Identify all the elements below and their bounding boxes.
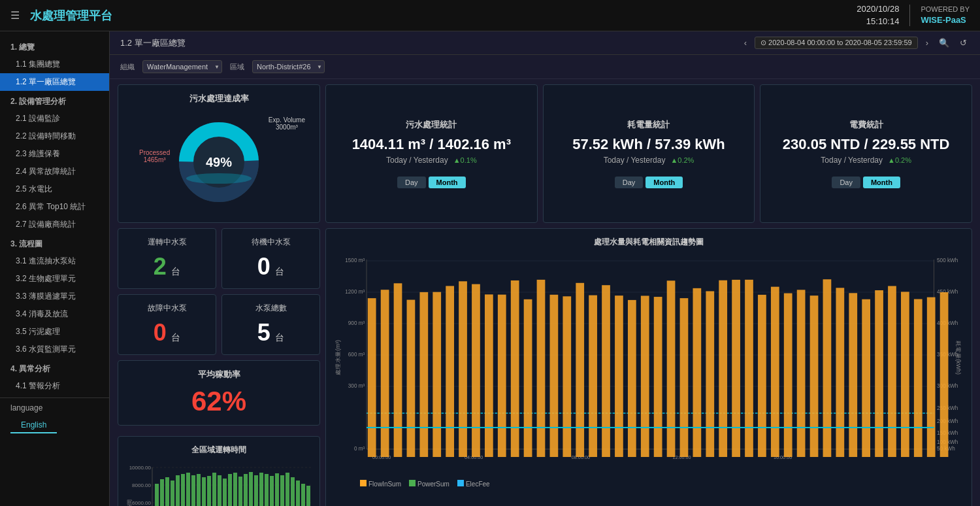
sidebar-item-bio-treatment[interactable]: 3.2 生物處理單元 — [0, 270, 109, 288]
fee-stats-value: 230.05 NTD / 229.55 NTD — [783, 136, 950, 153]
sidebar-item-membrane[interactable]: 3.3 薄膜過濾單元 — [0, 288, 109, 305]
fee-stats-title: 電費統計 — [849, 119, 883, 131]
svg-rect-19 — [160, 479, 164, 506]
svg-rect-127 — [888, 286, 896, 457]
svg-rect-107 — [628, 300, 636, 457]
sidebar-item-fault-stats[interactable]: 2.4 異常故障統計 — [0, 163, 109, 180]
svg-rect-47 — [306, 486, 310, 506]
svg-rect-28 — [207, 476, 211, 506]
prev-button[interactable]: ‹ — [742, 37, 749, 49]
svg-text:8000.00: 8000.00 — [132, 482, 151, 488]
sidebar-item-vendor-stats[interactable]: 2.7 設備廠商統計 — [0, 216, 109, 233]
trend-chart-bars — [334, 267, 964, 464]
svg-text:6000.00: 6000.00 — [132, 500, 151, 506]
sidebar-item-maintenance[interactable]: 2.3 維護保養 — [0, 145, 109, 163]
svg-rect-89 — [394, 283, 402, 457]
svg-rect-36 — [249, 472, 253, 506]
svg-rect-31 — [223, 479, 227, 506]
trend-legend-flow: FlowInSum — [360, 480, 401, 488]
svg-rect-39 — [265, 474, 269, 506]
svg-rect-46 — [301, 484, 305, 506]
sewage-achievement-title: 污水處理達成率 — [126, 93, 312, 105]
search-button[interactable]: 🔍 — [936, 37, 952, 49]
svg-rect-33 — [233, 473, 237, 506]
sidebar-item-disinfection[interactable]: 3.4 消毒及放流 — [0, 305, 109, 323]
sidebar-item-flowchart-section: 3. 流程圖 — [0, 233, 109, 252]
sewage-day-button[interactable]: Day — [397, 177, 426, 188]
trend-legend-power: PowerSum — [409, 480, 449, 488]
sewage-stats-label: Today / Yesterday — [386, 156, 448, 165]
svg-rect-126 — [875, 290, 883, 457]
power-day-button[interactable]: Day — [615, 177, 644, 188]
power-stats-label: Today / Yesterday — [604, 156, 666, 165]
svg-rect-106 — [615, 295, 623, 457]
sidebar-item-inflow-pump[interactable]: 3.1 進流抽水泵站 — [0, 252, 109, 270]
sewage-stats-label-row: Today / Yesterday ▲0.1% — [386, 156, 477, 165]
sidebar-item-water-power-ratio[interactable]: 2.5 水電比 — [0, 180, 109, 198]
svg-rect-104 — [589, 295, 597, 457]
content-header: 1.2 單一廠區總覽 ‹ ⊙ 2020-08-04 00:00:00 to 20… — [110, 31, 980, 55]
svg-rect-115 — [732, 280, 740, 457]
next-button[interactable]: › — [923, 37, 931, 49]
sidebar-item-overview-section: 1. 總覽 — [0, 37, 109, 56]
left-column: 運轉中水泵 2 台 待機中水泵 0 台 — [118, 228, 320, 506]
sidebar-item-sludge[interactable]: 3.5 污泥處理 — [0, 323, 109, 341]
sewage-month-button[interactable]: Month — [429, 177, 466, 188]
app-title: 水處理管理平台 — [30, 8, 112, 24]
sidebar-item-equipment-monitor[interactable]: 2.1 設備監診 — [0, 110, 109, 127]
sidebar-item-alarm[interactable]: 4.1 警報分析 — [0, 377, 109, 395]
svg-rect-102 — [563, 296, 571, 457]
fee-stats-label-row: Today / Yesterday ▲0.2% — [821, 156, 911, 165]
pump-total-card: 水泵總數 5 台 — [221, 294, 320, 355]
svg-rect-93 — [446, 286, 454, 457]
svg-rect-90 — [407, 300, 416, 457]
dashboard: 污水處理達成率 Processed1465m³ 49% — [110, 79, 980, 506]
sidebar-item-top10[interactable]: 2.6 異常 Top10 統計 — [0, 198, 109, 216]
trend-chart-title: 處理水量與耗電相關資訊趨勢圖 — [334, 237, 964, 248]
svg-text:49%: 49% — [206, 155, 232, 169]
svg-rect-92 — [433, 292, 441, 457]
svg-rect-27 — [202, 477, 206, 506]
svg-rect-116 — [745, 280, 753, 457]
svg-rect-94 — [459, 281, 467, 457]
power-stats-title: 耗電量統計 — [627, 119, 670, 131]
runtime-chart-svg: 10000.00 8000.00 6000.00 4000.00 2000.00… — [126, 461, 316, 506]
pump-fault-card: 故障中水泵 0 台 — [118, 294, 216, 355]
power-stats-btns: Day Month — [615, 177, 683, 188]
sidebar-language-english[interactable]: English — [10, 418, 57, 433]
svg-rect-25 — [191, 475, 195, 506]
svg-rect-37 — [254, 475, 258, 506]
district-filter-select[interactable]: North-District#26 — [252, 60, 325, 73]
topbar-right: 2020/10/28 15:10:14 POWERED BY WISE-PaaS — [857, 3, 970, 27]
svg-rect-99 — [524, 299, 532, 457]
sidebar-item-plant-overview[interactable]: 1.2 單一廠區總覽 — [0, 73, 109, 91]
datetime: 2020/10/28 15:10:14 — [857, 3, 899, 27]
utilization-card: 平均稼動率 62% — [118, 360, 320, 426]
svg-rect-20 — [165, 477, 169, 506]
fee-stats-card: 電費統計 230.05 NTD / 229.55 NTD Today / Yes… — [760, 84, 972, 223]
fee-month-button[interactable]: Month — [863, 177, 900, 188]
group-filter-select[interactable]: WaterManagement — [142, 60, 222, 73]
sidebar-item-equipment-section: 2. 設備管理分析 — [0, 91, 109, 110]
svg-rect-119 — [784, 294, 792, 457]
svg-rect-124 — [849, 293, 857, 457]
runtime-chart-card: 全區域運轉時間 — [118, 436, 320, 506]
svg-rect-21 — [171, 481, 174, 506]
sidebar-item-equipment-time[interactable]: 2.2 設備時間移動 — [0, 127, 109, 145]
sidebar-item-group-overview[interactable]: 1.1 集團總覽 — [0, 56, 109, 73]
menu-icon[interactable]: ☰ — [10, 9, 20, 22]
svg-rect-100 — [537, 280, 546, 457]
fee-day-button[interactable]: Day — [832, 177, 860, 188]
svg-rect-123 — [836, 288, 844, 457]
sidebar-item-water-quality[interactable]: 3.6 水質監測單元 — [0, 341, 109, 358]
content-area: 1.2 單一廠區總覽 ‹ ⊙ 2020-08-04 00:00:00 to 20… — [110, 31, 980, 506]
svg-rect-18 — [155, 484, 159, 506]
sidebar: 1. 總覽 1.1 集團總覽 1.2 單一廠區總覽 2. 設備管理分析 2.1 … — [0, 31, 110, 506]
power-month-button[interactable]: Month — [645, 177, 683, 188]
svg-rect-129 — [914, 299, 923, 457]
svg-rect-130 — [927, 297, 936, 457]
refresh-button[interactable]: ↺ — [957, 37, 970, 49]
svg-rect-117 — [758, 295, 766, 457]
topbar: ☰ 水處理管理平台 2020/10/28 15:10:14 POWERED BY… — [0, 0, 980, 31]
trend-chart-card: 處理水量與耗電相關資訊趨勢圖 1500 m³ — [325, 228, 972, 506]
